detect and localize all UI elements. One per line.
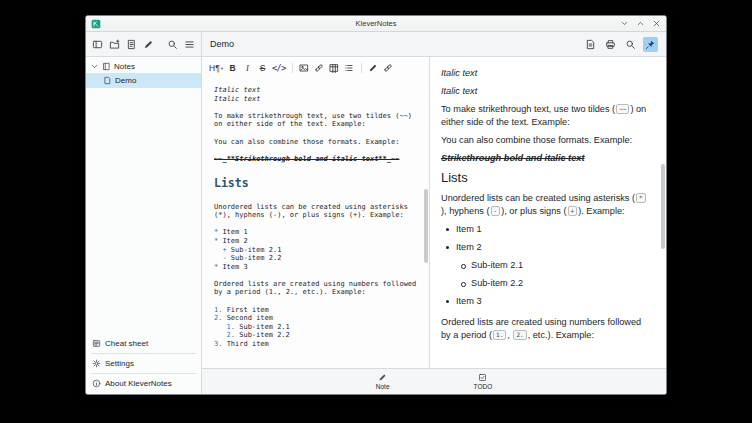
editor-line-text: Sub-item 2.2 [231, 254, 282, 262]
new-folder-icon[interactable] [109, 39, 120, 50]
link-icon [314, 63, 324, 73]
heading-button[interactable]: H¶▾ [209, 62, 223, 75]
markdown-editor[interactable]: Italic textItalic text To make strikethr… [202, 79, 429, 368]
kbd-chip: 1. [493, 330, 506, 340]
editor-line: 1.Sub-item 2.1 [214, 323, 417, 332]
note-title: Demo [210, 39, 234, 49]
linked-note-button[interactable] [383, 62, 394, 75]
preview-scrollbar-thumb[interactable] [661, 164, 665, 249]
list-item: Item 3 [456, 295, 650, 308]
sidebar-divider [91, 373, 196, 374]
maximize-button[interactable] [636, 19, 645, 28]
editor-line [214, 163, 417, 172]
list-marker: 1. [214, 306, 222, 314]
image-button[interactable] [299, 62, 310, 75]
list-marker: 3. [214, 340, 222, 348]
export-icon[interactable] [583, 37, 598, 52]
bulleted-list-button[interactable] [344, 62, 355, 75]
editor-line-text: Item 1 [222, 228, 247, 236]
sidebar-note-demo[interactable]: Demo [86, 73, 201, 88]
new-note-icon[interactable] [126, 39, 137, 50]
tab-todo[interactable]: TODO [462, 372, 505, 391]
note-header: Demo [202, 32, 666, 56]
link-icon [383, 63, 393, 73]
editor-line: 2.Second item [214, 314, 417, 323]
close-button[interactable] [652, 19, 661, 28]
sidebar-about-klevernotes[interactable]: About KleverNotes [86, 375, 201, 392]
editor-line: +Sub-item 2.1 [214, 246, 417, 255]
sidebar-settings[interactable]: Settings [86, 355, 201, 372]
kbd-chip: + [568, 206, 578, 216]
editor-line-text: Sub-item 2.1 [239, 323, 290, 331]
list-marker: 1. [227, 323, 235, 331]
italic-button[interactable]: I [242, 62, 253, 75]
main-area: H¶▾BIS</> Italic textItalic text To make… [202, 57, 666, 394]
editor-line: 2.Sub-item 2.2 [214, 331, 417, 340]
preview-scrollbar[interactable] [661, 61, 665, 365]
tab-note[interactable]: Note [364, 372, 402, 391]
preview-pane[interactable]: Italic textItalic textTo make strikethro… [430, 57, 666, 368]
pencil-icon [378, 373, 387, 382]
kbd-chip: 2. [513, 330, 526, 340]
editor-line: Italic text [214, 86, 417, 95]
list-marker: + [222, 246, 226, 254]
note-label: Demo [115, 76, 136, 85]
preview-paragraph: Italic text [441, 67, 650, 80]
search-icon[interactable] [167, 39, 178, 50]
editor-line [214, 103, 417, 112]
link-button[interactable] [314, 62, 325, 75]
editor-line: Unordered lists can be created using ast… [214, 203, 417, 212]
list-marker: 2. [227, 331, 235, 339]
preview-text: ), hyphens ( [441, 206, 490, 216]
titlebar[interactable]: KleverNotes [86, 16, 666, 32]
editor-line-text: Sub-item 2.2 [239, 331, 290, 339]
editor-line: on either side of the text. Example: [214, 120, 417, 129]
sidebar: Notes Demo Cheat sheetSettingsAbout Klev… [86, 57, 202, 394]
cheatsheet-icon [92, 339, 101, 348]
preview-heading: Lists [441, 171, 650, 184]
print-icon[interactable] [603, 37, 618, 52]
editor-line [214, 146, 417, 155]
menu-icon[interactable] [184, 39, 195, 50]
editor-line: -Sub-item 2.2 [214, 254, 417, 263]
preview-paragraph: Italic text [441, 85, 650, 98]
editor-scrollbar[interactable] [424, 81, 428, 365]
sidebar-cheat-sheet[interactable]: Cheat sheet [86, 335, 201, 352]
preview-text: Unordered lists can be created using ast… [441, 193, 635, 203]
editor-line: ~~_**Strikethrough bold and italic text*… [214, 155, 417, 164]
preview-paragraph: Unordered lists can be created using ast… [441, 192, 650, 218]
preview-text: To make strikethrough text, use two tild… [441, 104, 615, 114]
minimize-button[interactable] [620, 19, 629, 28]
rename-icon[interactable] [143, 39, 154, 50]
window-title: KleverNotes [86, 19, 666, 28]
strikethrough-button[interactable]: S [257, 62, 268, 75]
editor-line: Lists [214, 172, 417, 194]
code-button[interactable]: </> [272, 62, 286, 75]
preview-text: You can also combine those formats. Exam… [441, 135, 632, 145]
rendered-preview: Italic textItalic textTo make strikethro… [441, 67, 650, 342]
editor-line: 3.Third item [214, 340, 417, 349]
preview-list: Item 1Item 2Sub-item 2.1Sub-item 2.2Item… [441, 223, 650, 308]
list-subitem: Sub-item 2.2 [471, 277, 650, 290]
preview-sublist: Sub-item 2.1Sub-item 2.2 [456, 259, 650, 290]
sidebar-item-label: Settings [105, 359, 134, 368]
toggle-sidebar-icon[interactable] [92, 39, 103, 50]
preview-text: , etc.). Example: [528, 330, 594, 340]
sidebar-item-label: Cheat sheet [105, 339, 148, 348]
notes-root-item[interactable]: Notes [86, 60, 201, 73]
list-marker: * [214, 228, 218, 236]
bold-button[interactable]: B [227, 62, 238, 75]
pin-icon[interactable] [643, 37, 658, 52]
table-button[interactable] [329, 62, 340, 75]
editor-line: (*), hyphens (-), or plus signs (+). Exa… [214, 211, 417, 220]
zoom-icon[interactable] [623, 37, 638, 52]
expander-chevron-icon[interactable] [90, 62, 99, 71]
editor-scrollbar-thumb[interactable] [424, 189, 428, 263]
editor-line-text: Third item [227, 340, 269, 348]
highlight-button[interactable] [368, 62, 379, 75]
editor-line: *Item 1 [214, 228, 417, 237]
list-marker: 2. [214, 314, 222, 322]
editor-line [214, 271, 417, 280]
editor-line [214, 297, 417, 306]
list-marker: * [214, 237, 218, 245]
